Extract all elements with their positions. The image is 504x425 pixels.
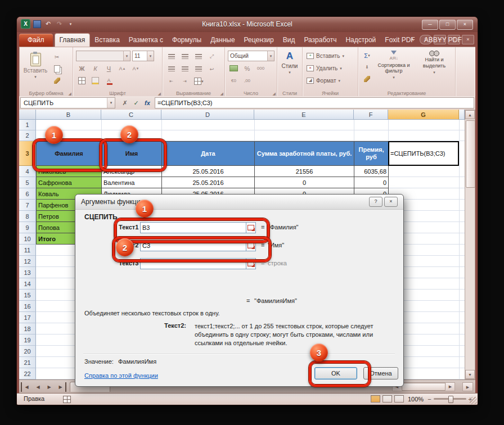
- dialog-close-icon[interactable]: ×: [384, 197, 398, 207]
- row-header-15[interactable]: 15: [19, 290, 36, 301]
- format-painter-icon[interactable]: [51, 75, 63, 85]
- collapse-ribbon-icon[interactable]: ∧: [407, 35, 418, 44]
- tab-addins[interactable]: Надстрой: [341, 34, 380, 47]
- scroll-right-edge-icon[interactable]: ▶: [462, 382, 473, 391]
- clipboard-dialog-launcher-icon[interactable]: ◢: [69, 92, 71, 96]
- row-header-7[interactable]: 7: [19, 200, 36, 211]
- font-name-combo[interactable]: ▾: [76, 51, 130, 61]
- borders-icon[interactable]: [76, 76, 88, 85]
- wrap-text-icon[interactable]: ↩: [206, 64, 218, 74]
- column-header-partial[interactable]: [459, 110, 465, 120]
- row-header-8[interactable]: 8: [19, 211, 36, 222]
- row-header-21[interactable]: 21: [19, 357, 36, 368]
- row-header-5[interactable]: 5: [19, 177, 36, 188]
- insert-function-icon[interactable]: fx: [142, 98, 152, 108]
- cell-f3[interactable]: Премия, руб: [354, 141, 389, 166]
- italic-button[interactable]: К: [89, 64, 101, 73]
- active-cell-g3[interactable]: =СЦЕПИТЬ(B3;C3): [388, 141, 459, 166]
- doc-minimize-icon[interactable]: ─: [434, 35, 446, 44]
- clear-icon[interactable]: [361, 74, 373, 84]
- tab-developer[interactable]: Разработч: [299, 34, 341, 47]
- row-header-6[interactable]: 6: [19, 188, 36, 200]
- page-break-view-icon[interactable]: [394, 395, 404, 403]
- zoom-slider-thumb[interactable]: [448, 396, 453, 403]
- paste-button[interactable]: Вставить ▾: [22, 50, 48, 91]
- tab-home[interactable]: Главная: [55, 33, 91, 47]
- row-header-1[interactable]: 1: [19, 120, 36, 130]
- autosum-icon[interactable]: Σ▾: [361, 51, 373, 60]
- row-header-18[interactable]: 18: [19, 323, 36, 334]
- column-header-f[interactable]: F: [354, 110, 388, 120]
- align-center-icon[interactable]: [179, 64, 191, 74]
- accounting-format-icon[interactable]: [228, 64, 240, 73]
- row-header-20[interactable]: 20: [19, 346, 36, 357]
- tab-insert[interactable]: Вставка: [90, 34, 124, 47]
- align-right-icon[interactable]: [192, 64, 204, 74]
- page-layout-view-icon[interactable]: [382, 395, 392, 403]
- zoom-out-icon[interactable]: −: [428, 396, 431, 403]
- cut-icon[interactable]: ✂: [51, 52, 63, 62]
- underline-button[interactable]: Ч: [103, 64, 115, 73]
- help-icon[interactable]: ?: [420, 35, 432, 44]
- tab-file[interactable]: Файл: [19, 34, 53, 47]
- zoom-level[interactable]: 100%: [408, 396, 424, 403]
- zoom-slider[interactable]: [434, 398, 466, 400]
- row-header-14[interactable]: 14: [19, 278, 36, 290]
- styles-button[interactable]: А Стили ▾: [280, 51, 300, 85]
- tab-review[interactable]: Рецензир: [240, 34, 278, 47]
- maximize-button[interactable]: □: [439, 20, 456, 30]
- row-header-16[interactable]: 16: [19, 301, 36, 312]
- insert-cells-button[interactable]: + Вставить ▾: [307, 53, 344, 59]
- macro-record-icon[interactable]: [63, 396, 71, 403]
- row-header-13[interactable]: 13: [19, 267, 36, 278]
- cell[interactable]: Сафронова: [37, 177, 102, 188]
- cell[interactable]: 25.05.2016: [162, 166, 255, 177]
- cell[interactable]: Валентина: [102, 177, 162, 188]
- bold-button[interactable]: Ж: [76, 64, 88, 73]
- tab-data[interactable]: Данные: [206, 34, 239, 47]
- row-header-22[interactable]: 22: [19, 368, 36, 379]
- font-size-combo[interactable]: 11▾: [132, 51, 154, 61]
- column-header-d[interactable]: D: [161, 110, 254, 120]
- last-sheet-icon[interactable]: ▶: [56, 382, 66, 392]
- fill-color-icon[interactable]: [89, 76, 101, 85]
- tab-view[interactable]: Вид: [278, 34, 300, 47]
- close-button[interactable]: ×: [457, 20, 473, 30]
- scroll-up-icon[interactable]: ▲: [465, 110, 475, 119]
- tab-page-layout[interactable]: Разметка с: [124, 34, 168, 47]
- copy-icon[interactable]: [51, 64, 63, 74]
- increase-decimal-icon[interactable]: €0: [228, 76, 240, 85]
- number-format-combo[interactable]: Общий▾: [228, 51, 274, 61]
- row-header-17[interactable]: 17: [19, 312, 36, 323]
- horizontal-scroll-thumb[interactable]: [402, 383, 446, 391]
- decrease-indent-icon[interactable]: ⇤: [165, 76, 177, 86]
- align-top-icon[interactable]: [165, 52, 177, 61]
- doc-close-icon[interactable]: ×: [462, 35, 474, 44]
- scroll-right-icon[interactable]: ▶: [446, 383, 454, 391]
- resize-grip[interactable]: [470, 397, 477, 404]
- formula-input[interactable]: =СЦЕПИТЬ(B3;C3): [155, 97, 474, 108]
- row-header-11[interactable]: 11: [19, 245, 36, 256]
- font-dialog-launcher-icon[interactable]: ◢: [158, 92, 161, 96]
- dialog-title-bar[interactable]: Аргументы функции ? ×: [75, 195, 403, 210]
- row-header-2[interactable]: 2: [19, 130, 36, 141]
- alignment-dialog-launcher-icon[interactable]: ◢: [220, 92, 223, 96]
- column-header-e[interactable]: E: [254, 110, 354, 120]
- column-header-b[interactable]: B: [36, 110, 101, 120]
- cell[interactable]: 21556: [255, 166, 354, 177]
- fill-icon[interactable]: ⬇: [361, 62, 373, 72]
- row-header-10[interactable]: 10: [19, 233, 36, 245]
- row-header-19[interactable]: 19: [19, 334, 36, 346]
- name-box[interactable]: СЦЕПИТЬ ▾: [20, 97, 115, 108]
- scroll-down-icon[interactable]: ▼: [465, 370, 475, 379]
- orientation-icon[interactable]: ⤢: [206, 52, 218, 61]
- cell-e3[interactable]: Сумма заработной платы, руб.: [255, 141, 354, 166]
- cell[interactable]: 0: [354, 177, 389, 188]
- confirm-entry-icon[interactable]: ✓: [131, 98, 141, 108]
- align-bottom-icon[interactable]: [192, 52, 204, 61]
- dialog-help-icon[interactable]: ?: [369, 197, 382, 207]
- align-left-icon[interactable]: [165, 64, 177, 74]
- merge-center-icon[interactable]: ▾: [192, 76, 205, 86]
- column-header-g[interactable]: G: [388, 110, 459, 120]
- sort-filter-button[interactable]: АЯ↓ Сортировка и фильтр ▾: [374, 51, 413, 87]
